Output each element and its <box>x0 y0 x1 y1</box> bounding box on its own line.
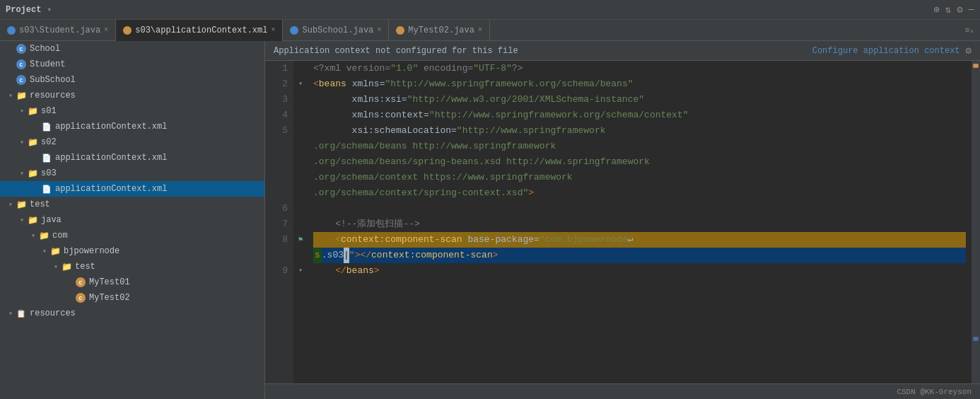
sidebar-item-mytest02[interactable]: C MyTest02 <box>0 290 264 306</box>
tab-mytest02-close[interactable]: × <box>478 26 482 34</box>
label-bjpowernode: bjpowernode <box>64 246 119 256</box>
java-icon-mytest01: C <box>75 277 86 288</box>
sidebar-item-appcontext-s01[interactable]: 📄 applicationContext.xml <box>0 119 264 134</box>
folder-icon-resources: 📁 <box>16 90 27 101</box>
sidebar-item-school[interactable]: C School <box>0 41 264 57</box>
label-test-folder: test <box>75 262 95 272</box>
code-line-8: <context:component-scan base-package="co… <box>313 232 966 248</box>
sort-icon[interactable]: ⇅ <box>945 4 951 16</box>
label-s01: s01 <box>41 106 57 116</box>
java-file-icon <box>7 26 16 35</box>
arrow-resources2: ▾ <box>6 309 16 318</box>
gutter: ▾ ⚑ ▾ <box>293 61 308 383</box>
line-numbers: 1 2 3 4 5 6 7 8 9 <box>265 61 293 383</box>
sidebar-item-student[interactable]: C Student <box>0 57 264 72</box>
java-icon-student: C <box>16 59 27 70</box>
label-java: java <box>41 215 62 225</box>
java-icon-subschool: C <box>16 74 27 86</box>
sidebar-item-s02[interactable]: ▾ 📁 s02 <box>0 134 264 150</box>
arrow-com: ▾ <box>28 231 38 240</box>
label-s03: s03 <box>41 168 57 178</box>
arrow-java: ▾ <box>17 216 27 224</box>
minimize-icon[interactable]: — <box>969 4 974 16</box>
minimap-indicator-bottom <box>973 337 979 341</box>
arrow-bjpowernode: ▾ <box>40 247 49 255</box>
xml-icon-s02: 📄 <box>41 152 52 163</box>
status-bar: CSDN @KK-Greyson <box>265 383 980 399</box>
sidebar-item-test[interactable]: ▾ 📁 test <box>0 197 264 212</box>
label-mytest01: MyTest01 <box>89 277 130 287</box>
project-bar: Project ▾ ⊕ ⇅ ⚙ — <box>0 0 980 20</box>
sidebar-item-s01[interactable]: ▾ 📁 s01 <box>0 103 264 119</box>
sidebar-item-mytest01[interactable]: C MyTest01 <box>0 274 264 290</box>
code-line-6 <box>313 201 966 216</box>
label-school: School <box>30 44 60 54</box>
project-dropdown-arrow[interactable]: ▾ <box>47 5 52 14</box>
minimap-scrollbar[interactable] <box>972 61 980 383</box>
label-student: Student <box>30 59 65 69</box>
warning-message: Application context not configured for t… <box>274 46 807 56</box>
add-icon[interactable]: ⊕ <box>933 4 939 16</box>
folder-icon-java: 📁 <box>27 214 38 226</box>
settings-icon[interactable]: ⚙ <box>957 4 962 16</box>
xml-icon-s01: 📄 <box>41 121 52 132</box>
sidebar-item-com[interactable]: ▾ 📁 com <box>0 228 264 243</box>
warning-bar: Application context not configured for t… <box>265 41 980 61</box>
code-line-4: xmlns:context="http://www.springframewor… <box>313 108 966 123</box>
code-line-8b: s.s03|"></context:component-scan> <box>313 248 966 263</box>
code-line-5a: .org/schema/beans http://www.springframe… <box>313 139 966 154</box>
label-s02: s02 <box>41 137 57 147</box>
project-toolbar: ⊕ ⇅ ⚙ — <box>933 4 974 16</box>
sidebar-item-resources[interactable]: ▾ 📁 resources <box>0 88 264 103</box>
arrow-test-folder: ▾ <box>51 262 61 271</box>
sidebar-item-resources2[interactable]: ▾ 📋 resources <box>0 306 264 321</box>
tab-subschool-label: SubSchool.java <box>302 25 373 35</box>
code-line-1: <?xml version="1.0" encoding="UTF-8"?> <box>313 61 966 76</box>
sidebar-item-bjpowernode[interactable]: ▾ 📁 bjpowernode <box>0 243 264 259</box>
tab-student-label: s03\Student.java <box>19 25 100 35</box>
sidebar: C School C Student C SubSchool ▾ 📁 resou… <box>0 41 265 399</box>
sidebar-item-test-folder[interactable]: ▾ 📁 test <box>0 259 264 274</box>
tab-mytest02[interactable]: MyTest02.java × <box>389 20 490 41</box>
label-resources: resources <box>30 91 76 100</box>
tab-actions: ≡ₛ <box>959 25 980 35</box>
arrow-resources: ▾ <box>6 91 16 100</box>
folder-icon-test-inner: 📁 <box>61 261 72 272</box>
arrow-s02: ▾ <box>17 138 27 146</box>
tab-subschool[interactable]: SubSchool.java × <box>283 20 389 41</box>
arrow-s03: ▾ <box>17 169 27 178</box>
minimap-indicator-top <box>973 64 979 68</box>
tab-appcontext[interactable]: s03\applicationContext.xml × <box>116 20 283 41</box>
tab-appcontext-close[interactable]: × <box>271 26 275 34</box>
label-test: test <box>30 200 50 209</box>
project-label: Project <box>6 5 41 15</box>
tab-subschool-close[interactable]: × <box>377 26 381 34</box>
java-file-icon-2 <box>290 26 298 35</box>
code-content[interactable]: <?xml version="1.0" encoding="UTF-8"?> <… <box>308 61 972 383</box>
code-line-9: </beans> <box>313 263 966 279</box>
sidebar-item-appcontext-s03[interactable]: 📄 applicationContext.xml <box>0 181 264 197</box>
java-icon-mytest02: C <box>75 292 86 303</box>
tab-student[interactable]: s03\Student.java × <box>0 20 116 41</box>
editor-area: Application context not configured for t… <box>265 41 980 399</box>
sidebar-item-subschool[interactable]: C SubSchool <box>0 72 264 88</box>
code-line-2: <beans xmlns="http://www.springframework… <box>313 76 966 92</box>
label-mytest02: MyTest02 <box>89 293 130 303</box>
tab-student-close[interactable]: × <box>104 26 108 34</box>
code-editor[interactable]: 1 2 3 4 5 6 7 8 9 ▾ <box>265 61 980 383</box>
java-icon-school: C <box>16 43 27 54</box>
tab-appcontext-label: s03\applicationContext.xml <box>135 25 267 35</box>
folder-icon-s03: 📁 <box>27 168 38 179</box>
tab-action-icon[interactable]: ≡ₛ <box>965 25 974 35</box>
warning-gear-icon[interactable]: ⚙ <box>966 45 972 57</box>
label-appctx-s02: applicationContext.xml <box>55 153 167 163</box>
xml-file-icon <box>123 26 132 35</box>
code-line-5: xsi:schemaLocation="http://www.springfra… <box>313 123 966 139</box>
label-com: com <box>52 231 68 241</box>
sidebar-item-appcontext-s02[interactable]: 📄 applicationContext.xml <box>0 150 264 166</box>
sidebar-item-s03[interactable]: ▾ 📁 s03 <box>0 166 264 181</box>
code-line-3: xmlns:xsi="http://www.w3.org/2001/XMLSch… <box>313 92 966 108</box>
code-line-5d: .org/schema/context/spring-context.xsd"> <box>313 185 966 201</box>
configure-link[interactable]: Configure application context <box>812 46 960 56</box>
sidebar-item-java[interactable]: ▾ 📁 java <box>0 212 264 228</box>
